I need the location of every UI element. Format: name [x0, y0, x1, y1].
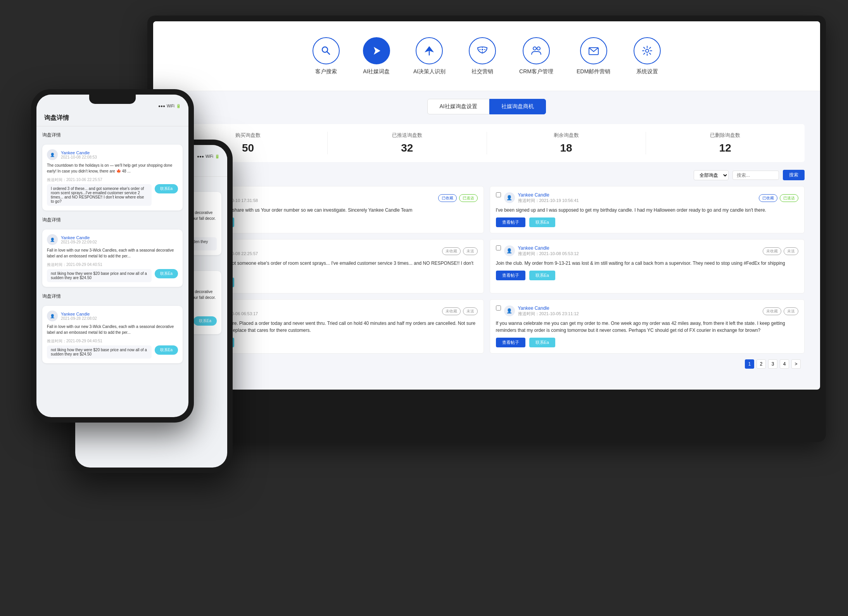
phone-reply-row: not liking how they were $20 base price …	[47, 345, 178, 359]
phone-title: 询盘详情	[44, 114, 69, 121]
phone-reply-row: I ordered 3 of these... and got someone …	[47, 184, 178, 206]
nav-item-search[interactable]: 客户搜索	[313, 37, 340, 75]
page-2-btn[interactable]: 2	[756, 359, 766, 369]
cards-grid: 👤 Yankee Candle 推送时间：2021-10-10 17:31:58…	[169, 186, 805, 354]
view-post-btn[interactable]: 查看帖子	[496, 271, 525, 280]
card-avatar: 👤	[504, 305, 515, 316]
phone-main-container: ●●●WiFi🔋 询盘详情 询盘详情 👤 Yankee Candle 2021-…	[31, 89, 194, 423]
stat-remaining-value: 18	[487, 142, 646, 154]
card-badge: 已收藏	[759, 194, 777, 202]
card-badge: 未收藏	[442, 247, 461, 255]
view-post-btn[interactable]: 查看帖子	[496, 338, 525, 347]
stat-sent-label: 已推送询盘数	[328, 132, 486, 139]
card-checkbox-wrap: 👤 Yankee Candle 推送时间：2021-10-08 05:53:12	[496, 245, 579, 257]
card-badges: 未收藏未送	[442, 307, 478, 315]
social-nav-label: 社交营销	[471, 68, 493, 75]
card-checkbox-wrap: 👤 Yankee Candle 推送时间：2021-10-19 10:56:41	[496, 192, 579, 204]
top-nav: 客户搜索 AI社媒词盘	[153, 21, 820, 91]
phone-card: 👤 Yankee Candle 2021-10-08 22:08:53 The …	[42, 145, 183, 211]
card-badge: 已送达	[459, 194, 478, 202]
content-area: AI社媒询盘设置 社媒询盘商机 购买询盘数 50 已推送询盘数 32 剩余询盘数	[153, 91, 820, 376]
edm-nav-icon	[580, 37, 607, 64]
svg-point-8	[646, 49, 649, 52]
settings-nav-icon	[634, 37, 661, 64]
phone-reply-btn[interactable]: 联系Ea	[155, 184, 178, 193]
laptop-screen: 客户搜索 AI社媒词盘	[153, 21, 820, 390]
contact-reply-btn[interactable]: 联系Ea	[529, 217, 555, 227]
phone-section-title: 询盘详情	[42, 130, 183, 140]
card-checkbox[interactable]	[496, 305, 501, 311]
page-next-btn[interactable]: >	[791, 359, 801, 369]
card-badge: 未收藏	[763, 247, 781, 255]
page-3-btn[interactable]: 3	[768, 359, 777, 369]
phone-notch	[89, 95, 136, 104]
phone-reply-bubble: not liking how they were $20 base price …	[47, 345, 152, 359]
phone-card-text: The countdown to the holidays is on — we…	[47, 162, 178, 174]
phone2-reply-btn[interactable]: 联系Ea	[193, 316, 217, 326]
tab-ai-setting[interactable]: AI社媒询盘设置	[427, 99, 489, 114]
filter-row: 询盘数： 20 新增 全部询盘 搜索	[169, 170, 805, 180]
nav-item-settings[interactable]: 系统设置	[634, 37, 661, 75]
phone-header: 询盘详情	[36, 110, 188, 126]
phone-reply-btn[interactable]: 联系Ea	[155, 269, 178, 278]
page-1-btn[interactable]: 1	[745, 359, 754, 369]
contact-reply-btn[interactable]: 联系Ea	[529, 271, 555, 280]
ai-decision-nav-label: AI决策人识别	[413, 68, 446, 75]
phone-reply-btn[interactable]: 联系Ea	[155, 345, 178, 355]
edm-nav-label: EDM邮件营销	[577, 68, 610, 75]
phone-reply-bubble: not liking how they were $20 base price …	[47, 269, 152, 282]
card-checkbox[interactable]	[496, 192, 501, 197]
nav-item-ai-media[interactable]: AI社媒词盘	[363, 37, 390, 75]
ai-media-nav-label: AI社媒词盘	[363, 68, 390, 75]
stat-remaining-label: 剩余询盘数	[487, 132, 646, 139]
tab-social-inquiry[interactable]: 社媒询盘商机	[489, 99, 546, 114]
pagination: 1 2 3 4 >	[169, 359, 805, 369]
card-text: If you wanna celebrate me you can get my…	[496, 320, 799, 334]
phone-section-title: 询盘详情	[42, 215, 183, 225]
card-badge: 已送达	[780, 194, 798, 202]
card-badges: 未收藏未送	[763, 247, 798, 255]
card-username: Yankee Candle	[518, 305, 579, 311]
phone-card-username: Yankee Candle	[61, 150, 97, 155]
nav-item-crm[interactable]: CRM客户管理	[519, 37, 553, 75]
crm-nav-label: CRM客户管理	[519, 68, 553, 75]
phone-card-username: Yankee Candle	[61, 312, 97, 316]
phone-card-time: 2021-09-28 22:08:02	[61, 316, 97, 321]
ai-decision-nav-icon	[416, 37, 443, 64]
laptop-container: 客户搜索 AI社媒词盘	[147, 16, 826, 442]
inquiry-card: 👤 Yankee Candle 推送时间：2021-10-08 05:53:12…	[490, 239, 805, 293]
svg-line-1	[327, 52, 330, 54]
phone-card-avatar: 👤	[47, 311, 58, 321]
card-time: 推送时间：2021-10-08 05:53:12	[518, 251, 579, 257]
card-header: 👤 Yankee Candle 推送时间：2021-10-08 05:53:12…	[496, 245, 799, 257]
phone-card: 👤 Yankee Candle 2021-09-29 22:09:02 Fall…	[42, 229, 183, 287]
stats-row: 购买询盘数 50 已推送询盘数 32 剩余询盘数 18 已删除询盘数 12	[169, 124, 805, 162]
phone-card-info: Yankee Candle 2021-09-29 22:09:02	[61, 235, 97, 244]
page-4-btn[interactable]: 4	[780, 359, 789, 369]
inquiry-card: 👤 Yankee Candle 推送时间：2021-10-19 10:56:41…	[490, 186, 805, 233]
search-input[interactable]	[732, 171, 779, 180]
phone-card-text: Fall in love with our new 3-Wick Candles…	[47, 247, 178, 259]
card-checkbox[interactable]	[496, 245, 501, 250]
phone-card-reply-time: 推送时间：2021-09-29 04:40:51	[47, 262, 178, 267]
tabs-row: AI社媒询盘设置 社媒询盘商机	[169, 99, 805, 114]
card-badges: 已收藏已送达	[438, 194, 478, 202]
card-badge: 未送	[463, 307, 478, 315]
phone-reply-bubble: I ordered 3 of these... and got someone …	[47, 184, 152, 206]
svg-point-5	[533, 47, 536, 50]
card-actions: 查看帖子 联系Ea	[496, 217, 799, 227]
phone-screen: ●●●WiFi🔋 询盘详情 询盘详情 👤 Yankee Candle 2021-…	[36, 95, 188, 417]
filter-dropdown[interactable]: 全部询盘	[694, 170, 729, 180]
contact-reply-btn[interactable]: 联系Ea	[529, 338, 555, 347]
view-post-btn[interactable]: 查看帖子	[496, 217, 525, 227]
search-button[interactable]: 搜索	[783, 170, 805, 180]
stat-deleted-value: 12	[646, 142, 805, 154]
settings-nav-label: 系统设置	[636, 68, 658, 75]
card-avatar: 👤	[504, 192, 515, 203]
nav-item-social[interactable]: 社交营销	[469, 37, 496, 75]
card-header: 👤 Yankee Candle 推送时间：2021-10-05 23:11:12…	[496, 305, 799, 317]
inquiry-card: 👤 Yankee Candle 推送时间：2021-10-05 23:11:12…	[490, 299, 805, 354]
card-badge: 未收藏	[763, 307, 781, 315]
nav-item-edm[interactable]: EDM邮件营销	[577, 37, 610, 75]
nav-item-ai-decision[interactable]: AI决策人识别	[413, 37, 446, 75]
